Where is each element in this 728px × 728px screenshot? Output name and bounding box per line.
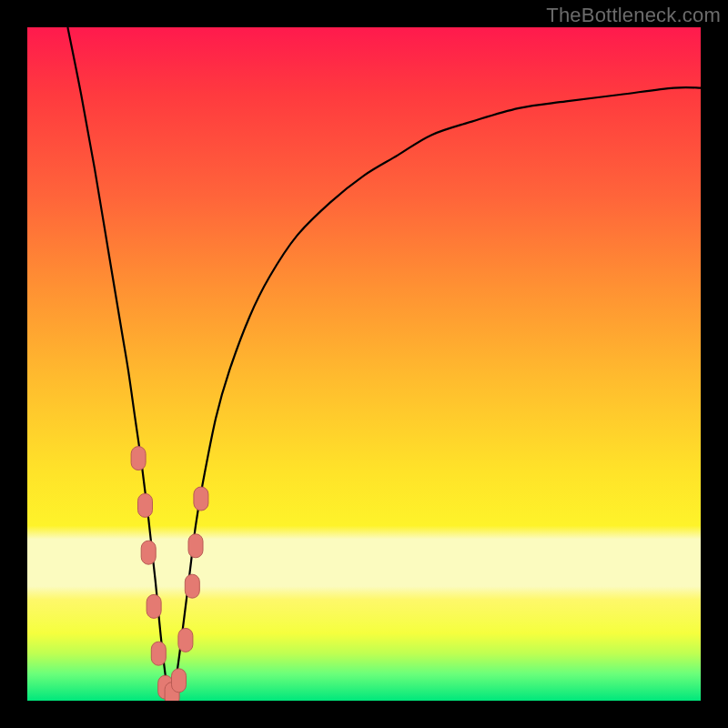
curve-marker — [138, 493, 153, 517]
bottleneck-curve-path — [67, 27, 701, 696]
chart-frame: TheBottleneck.com — [0, 0, 728, 728]
curve-marker — [185, 574, 199, 598]
curve-marker — [172, 669, 187, 693]
curve-marker — [194, 487, 208, 511]
bottleneck-curve-svg — [27, 27, 701, 701]
curve-marker — [131, 447, 146, 470]
curve-marker — [178, 628, 193, 652]
curve-marker — [188, 534, 203, 558]
chart-plot-area — [27, 27, 701, 701]
curve-marker — [151, 642, 166, 665]
watermark-text: TheBottleneck.com — [546, 4, 721, 27]
curve-markers — [131, 447, 208, 701]
curve-marker — [147, 594, 161, 618]
curve-marker — [141, 541, 156, 564]
